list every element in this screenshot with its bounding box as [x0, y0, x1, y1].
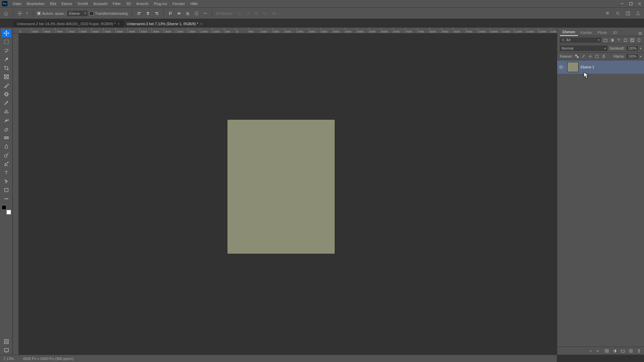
group-icon[interactable] — [621, 349, 625, 353]
menu-filter[interactable]: Filter — [110, 0, 123, 7]
tool-preset-dropdown[interactable]: ▾ — [25, 11, 30, 15]
close-icon[interactable] — [635, 0, 644, 7]
path-select-tool[interactable] — [2, 177, 11, 185]
color-swatches[interactable] — [2, 205, 11, 215]
cc-search-icon[interactable] — [604, 10, 611, 17]
auto-select-checkbox[interactable]: Autom. ausw.: — [37, 11, 65, 15]
doc-tab[interactable]: Unbenannt-2 bei 14,3% (field-406181_1920… — [13, 20, 123, 27]
gradient-tool[interactable] — [2, 134, 11, 142]
fill-value[interactable]: 100% — [627, 54, 638, 59]
lock-artboard-icon[interactable] — [595, 54, 599, 59]
filter-pixel-icon[interactable] — [603, 38, 608, 43]
menu-bild[interactable]: Bild — [47, 0, 59, 7]
wand-tool[interactable] — [2, 55, 11, 63]
ruler-horizontal[interactable]: 0-8500-8000-7500-7000-6500-6000-5500-500… — [19, 27, 557, 34]
heal-tool[interactable] — [2, 90, 11, 98]
quickmask-icon[interactable] — [2, 338, 11, 346]
lock-transparency-icon[interactable] — [575, 54, 579, 59]
filter-adjust-icon[interactable] — [610, 38, 614, 43]
menu-plug-ins[interactable]: Plug-ins — [151, 0, 170, 7]
lock-all-icon[interactable] — [601, 54, 606, 59]
align-left-icon[interactable] — [136, 10, 143, 17]
home-icon[interactable] — [3, 10, 9, 17]
menu-auswahl[interactable]: Auswahl — [91, 0, 110, 7]
filter-shape-icon[interactable] — [623, 38, 628, 43]
tab-paths[interactable]: Pfade — [595, 29, 610, 36]
marquee-tool[interactable] — [2, 38, 11, 46]
crop-tool[interactable] — [2, 64, 11, 72]
auto-select-target-dropdown[interactable]: Ebene▾ — [67, 11, 88, 16]
new-layer-icon[interactable] — [629, 349, 633, 353]
transform-controls-checkbox[interactable]: Transformationsstrg. — [90, 11, 128, 15]
lock-pixels-icon[interactable] — [581, 54, 586, 59]
maximize-icon[interactable] — [627, 0, 635, 7]
share-icon[interactable] — [635, 10, 641, 17]
close-tab-icon[interactable]: × — [118, 22, 120, 26]
fx-icon[interactable]: fx — [596, 349, 601, 353]
pan-icon — [253, 10, 260, 17]
frame-tool[interactable] — [2, 73, 11, 81]
menu-fenster[interactable]: Fenster — [170, 0, 187, 7]
distribute-icon[interactable] — [193, 10, 200, 17]
type-tool[interactable] — [2, 169, 11, 177]
menu-3d[interactable]: 3D — [123, 0, 133, 7]
menu-ebene[interactable]: Ebene — [59, 0, 75, 7]
menu-bearbeiten[interactable]: Bearbeiten — [24, 0, 47, 7]
eyedropper-tool[interactable] — [2, 81, 11, 89]
align-top-icon[interactable] — [167, 10, 174, 17]
zoom-level[interactable]: 7,13% — [3, 357, 14, 361]
align-hcenter-icon[interactable] — [145, 10, 151, 17]
svg-point-50 — [6, 198, 7, 199]
dodge-tool[interactable] — [2, 151, 11, 159]
align-right-icon[interactable] — [153, 10, 160, 17]
menu-schrift[interactable]: Schrift — [75, 0, 91, 7]
move-tool[interactable] — [2, 29, 11, 37]
layer-name[interactable]: Ebene 1 — [581, 65, 594, 69]
search-icon[interactable] — [614, 10, 621, 17]
filter-type-icon[interactable] — [616, 38, 621, 43]
stamp-tool[interactable] — [2, 108, 11, 116]
blend-mode-dropdown[interactable]: Normal▾ — [560, 46, 607, 51]
filter-smart-icon[interactable] — [630, 38, 635, 43]
opacity-value[interactable]: 100% — [627, 46, 638, 51]
pen-tool[interactable] — [2, 160, 11, 168]
align-bottom-icon[interactable] — [184, 10, 191, 17]
layer-filter-dropdown[interactable]: Art▾ — [560, 38, 601, 43]
tab-channels[interactable]: Kanäle — [578, 29, 595, 36]
shape-tool[interactable] — [2, 186, 11, 194]
more-tools-icon[interactable] — [2, 195, 11, 203]
screenmode-icon[interactable] — [2, 346, 11, 354]
trash-icon[interactable] — [637, 349, 641, 353]
align-vcenter-icon[interactable] — [176, 10, 182, 17]
menu-datei[interactable]: Datei — [10, 0, 24, 7]
move-tool-icon[interactable] — [16, 10, 23, 17]
eraser-tool[interactable] — [2, 125, 11, 133]
layer-row[interactable]: Ebene 1 — [557, 60, 644, 74]
minimize-icon[interactable] — [618, 0, 627, 7]
workspace-icon[interactable] — [625, 10, 631, 17]
tab-3d[interactable]: 3D — [610, 29, 620, 36]
blur-tool[interactable] — [2, 142, 11, 150]
close-tab-icon[interactable]: × — [200, 22, 202, 26]
brush-tool[interactable] — [2, 99, 11, 107]
layer-thumbnail[interactable] — [567, 62, 579, 72]
more-options-icon[interactable] — [202, 10, 209, 17]
lasso-tool[interactable] — [2, 47, 11, 55]
tab-layers[interactable]: Ebenen — [560, 28, 578, 36]
adjustment-icon[interactable] — [612, 349, 617, 353]
menu-ansicht[interactable]: Ansicht — [133, 0, 151, 7]
visibility-icon[interactable] — [557, 65, 565, 69]
ruler-vertical[interactable] — [13, 34, 19, 355]
panel-menu-icon[interactable] — [638, 31, 643, 36]
history-brush-tool[interactable] — [2, 116, 11, 124]
filter-toggle-icon[interactable] — [637, 38, 641, 43]
svg-text:fx: fx — [597, 350, 599, 353]
doc-tab[interactable]: Unbenannt-3 bei 7,13% (Ebene 1, RGB/8) *… — [123, 20, 206, 27]
menu-hilfe[interactable]: Hilfe — [187, 0, 200, 7]
doc-info[interactable]: 4500 Px x 5400 Px (300 ppcm) — [23, 357, 73, 361]
canvas-area[interactable]: 0-8500-8000-7500-7000-6500-6000-5500-500… — [13, 27, 557, 355]
mask-icon[interactable] — [604, 349, 609, 353]
canvas-content[interactable] — [227, 120, 335, 254]
lock-position-icon[interactable] — [588, 54, 593, 59]
link-icon[interactable] — [588, 349, 593, 353]
